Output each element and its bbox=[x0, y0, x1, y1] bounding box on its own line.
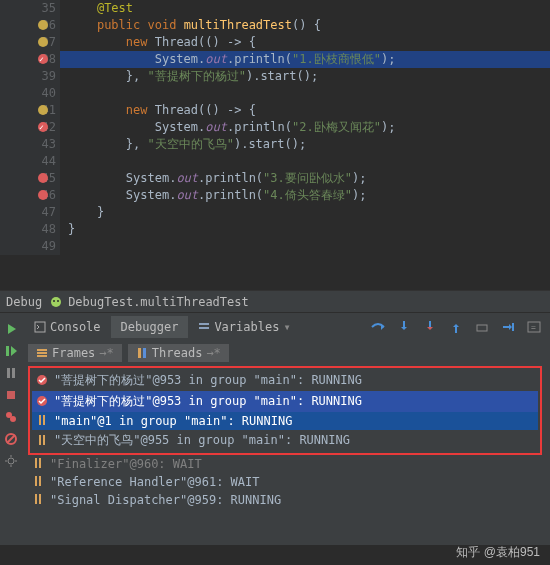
thread-icon bbox=[36, 434, 50, 448]
code-text bbox=[60, 238, 68, 255]
thread-icon bbox=[36, 374, 50, 388]
svg-point-2 bbox=[57, 300, 59, 302]
bug-icon bbox=[50, 296, 62, 308]
svg-point-0 bbox=[51, 297, 61, 307]
thread-icon bbox=[32, 457, 46, 471]
thread-row[interactable]: "Finalizer"@960: WAIT bbox=[28, 455, 542, 473]
view-breakpoints-icon[interactable] bbox=[4, 410, 20, 426]
svg-rect-27 bbox=[43, 415, 45, 425]
svg-text:=: = bbox=[531, 323, 536, 332]
svg-rect-5 bbox=[199, 327, 209, 329]
code-line[interactable]: 38 System.out.println("1.卧枝商恨低"); bbox=[0, 51, 550, 68]
thread-icon bbox=[36, 414, 50, 428]
gutter[interactable]: 42 bbox=[0, 119, 60, 136]
force-step-into-icon[interactable] bbox=[422, 319, 438, 335]
thread-row[interactable]: "main"@1 in group "main": RUNNING bbox=[32, 412, 538, 430]
thread-row[interactable]: "菩提树下的杨过"@953 in group "main": RUNNING bbox=[32, 370, 538, 391]
resume-icon[interactable] bbox=[4, 344, 20, 360]
code-text bbox=[60, 153, 68, 170]
gutter[interactable]: 48 bbox=[0, 221, 60, 238]
breakpoint-conditional-icon[interactable] bbox=[34, 103, 48, 117]
gutter[interactable]: 44 bbox=[0, 153, 60, 170]
gutter[interactable]: 40 bbox=[0, 85, 60, 102]
gutter[interactable]: 43 bbox=[0, 136, 60, 153]
code-text: } bbox=[60, 221, 75, 238]
gutter[interactable]: 35 bbox=[0, 0, 60, 17]
highlighted-threads-box: "菩提树下的杨过"@953 in group "main": RUNNING"菩… bbox=[28, 366, 542, 455]
breakpoint-verified-icon[interactable] bbox=[34, 120, 48, 134]
code-text: } bbox=[60, 204, 104, 221]
code-text: @Test bbox=[60, 0, 133, 17]
thread-row[interactable]: "菩提树下的杨过"@953 in group "main": RUNNING bbox=[32, 391, 538, 412]
image-credit: 知乎 @袁柏951 bbox=[456, 544, 540, 561]
code-line[interactable]: 42 System.out.println("2.卧梅又闻花"); bbox=[0, 119, 550, 136]
step-out-icon[interactable] bbox=[448, 319, 464, 335]
code-line[interactable]: 45 System.out.println("3.要问卧似水"); bbox=[0, 170, 550, 187]
drop-frame-icon[interactable] bbox=[474, 319, 490, 335]
code-editor[interactable]: 35 @Test36 public void multiThreadTest()… bbox=[0, 0, 550, 290]
svg-line-17 bbox=[7, 435, 15, 443]
pause-icon[interactable] bbox=[4, 366, 20, 382]
svg-rect-10 bbox=[6, 346, 9, 356]
thread-icon bbox=[32, 475, 46, 489]
svg-rect-26 bbox=[39, 415, 41, 425]
svg-rect-30 bbox=[35, 458, 37, 468]
code-line[interactable]: 35 @Test bbox=[0, 0, 550, 17]
code-line[interactable]: 49 bbox=[0, 238, 550, 255]
breakpoint-icon[interactable] bbox=[34, 188, 48, 202]
thread-row[interactable]: "Signal Dispatcher"@959: RUNNING bbox=[28, 491, 542, 509]
code-line[interactable]: 39 }, "菩提树下的杨过").start(); bbox=[0, 68, 550, 85]
gutter[interactable]: 41 bbox=[0, 102, 60, 119]
code-text: public void multiThreadTest() { bbox=[60, 17, 321, 34]
svg-rect-23 bbox=[143, 348, 146, 358]
svg-point-18 bbox=[8, 458, 14, 464]
code-line[interactable]: 41 new Thread(() -> { bbox=[0, 102, 550, 119]
gutter[interactable]: 49 bbox=[0, 238, 60, 255]
gutter[interactable]: 39 bbox=[0, 68, 60, 85]
code-text: new Thread(() -> { bbox=[60, 102, 256, 119]
thread-row[interactable]: "Reference Handler"@961: WAIT bbox=[28, 473, 542, 491]
settings-icon[interactable] bbox=[4, 454, 20, 470]
debug-header: Debug DebugTest.multiThreadTest bbox=[0, 290, 550, 312]
rerun-icon[interactable] bbox=[5, 322, 19, 336]
code-line[interactable]: 37 new Thread(() -> { bbox=[0, 34, 550, 51]
breakpoint-verified-icon[interactable] bbox=[34, 52, 48, 66]
stop-icon[interactable] bbox=[4, 388, 20, 404]
gutter[interactable]: 45 bbox=[0, 170, 60, 187]
subtab-frames[interactable]: Frames →* bbox=[28, 344, 122, 362]
tab-debugger[interactable]: Debugger bbox=[111, 316, 189, 338]
gutter[interactable]: 37 bbox=[0, 34, 60, 51]
code-text: }, "菩提树下的杨过").start(); bbox=[60, 68, 318, 85]
gutter[interactable]: 38 bbox=[0, 51, 60, 68]
step-over-icon[interactable] bbox=[370, 319, 386, 335]
svg-rect-21 bbox=[37, 355, 47, 357]
code-line[interactable]: 47 } bbox=[0, 204, 550, 221]
code-line[interactable]: 43 }, "天空中的飞鸟").start(); bbox=[0, 136, 550, 153]
step-into-icon[interactable] bbox=[396, 319, 412, 335]
gutter[interactable]: 47 bbox=[0, 204, 60, 221]
debug-session: DebugTest.multiThreadTest bbox=[68, 295, 249, 309]
dropdown-icon[interactable]: ▾ bbox=[283, 320, 290, 334]
breakpoint-conditional-icon[interactable] bbox=[34, 35, 48, 49]
mute-breakpoints-icon[interactable] bbox=[4, 432, 20, 448]
thread-row[interactable]: "天空中的飞鸟"@955 in group "main": RUNNING bbox=[32, 430, 538, 451]
threads-panel[interactable]: Frames →* Threads →* "菩提树下的杨过"@953 in gr… bbox=[24, 340, 550, 545]
run-to-cursor-icon[interactable] bbox=[500, 319, 516, 335]
breakpoint-icon[interactable] bbox=[34, 171, 48, 185]
svg-rect-20 bbox=[37, 352, 47, 354]
code-line[interactable]: 44 bbox=[0, 153, 550, 170]
evaluate-icon[interactable]: = bbox=[526, 319, 542, 335]
tab-variables[interactable]: Variables ▾ bbox=[188, 316, 300, 338]
thread-text: "菩提树下的杨过"@953 in group "main": RUNNING bbox=[54, 393, 362, 410]
tab-console[interactable]: Console bbox=[24, 316, 111, 338]
gutter[interactable]: 36 bbox=[0, 17, 60, 34]
breakpoint-conditional-icon[interactable] bbox=[34, 18, 48, 32]
code-text: System.out.println("4.倚头答春绿"); bbox=[60, 187, 366, 204]
code-line[interactable]: 48} bbox=[0, 221, 550, 238]
code-line[interactable]: 36 public void multiThreadTest() { bbox=[0, 17, 550, 34]
code-line[interactable]: 40 bbox=[0, 85, 550, 102]
gutter[interactable]: 46 bbox=[0, 187, 60, 204]
code-line[interactable]: 46 System.out.println("4.倚头答春绿"); bbox=[0, 187, 550, 204]
svg-rect-11 bbox=[7, 368, 10, 378]
subtab-threads[interactable]: Threads →* bbox=[128, 344, 229, 362]
